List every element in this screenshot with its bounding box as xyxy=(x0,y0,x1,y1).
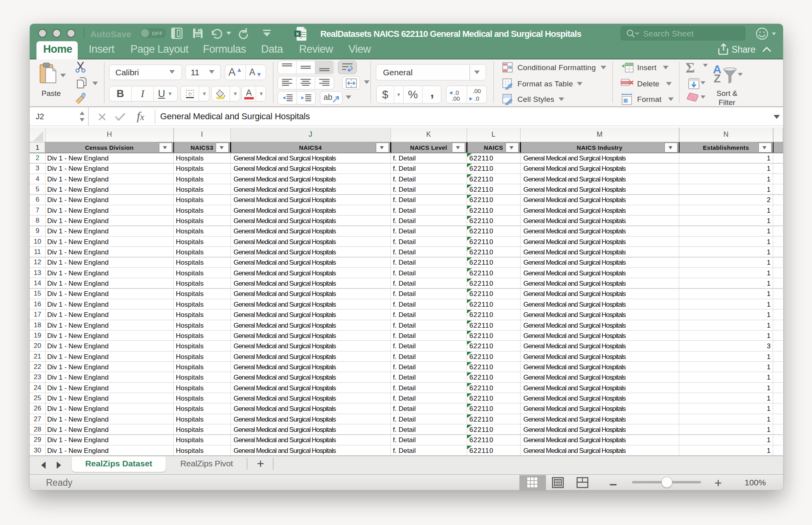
svg-text:.00: .00 xyxy=(452,95,460,102)
svg-text:.00: .00 xyxy=(473,88,481,94)
svg-text:.0: .0 xyxy=(474,95,479,102)
svg-text:x: x xyxy=(296,31,299,36)
svg-text:ab: ab xyxy=(324,93,332,101)
